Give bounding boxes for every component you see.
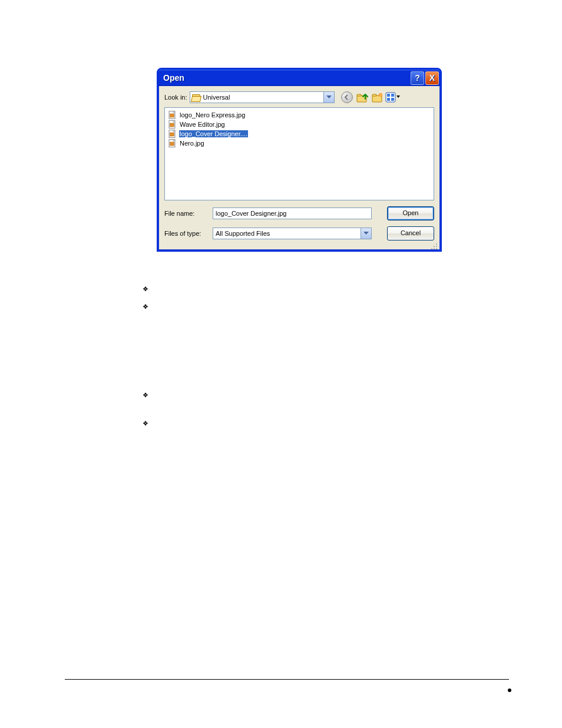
open-dialog: Open ? X Look in: Universal (157, 68, 442, 252)
bullet-group-2 (143, 390, 153, 436)
svg-rect-6 (387, 94, 390, 97)
file-name: logo_Cover Designer.... (179, 130, 248, 137)
help-button[interactable]: ? (411, 71, 424, 85)
lookin-value: Universal (203, 94, 323, 101)
bullet-group-1 (143, 284, 153, 319)
dialog-title: Open (163, 73, 411, 83)
svg-rect-8 (387, 98, 390, 101)
lookin-label: Look in: (164, 94, 187, 101)
image-file-icon (168, 130, 177, 138)
filename-value: logo_Cover Designer.jpg (216, 210, 286, 217)
svg-point-18 (436, 243, 437, 245)
svg-rect-15 (170, 133, 174, 136)
footer-bullet-icon (508, 689, 511, 692)
file-list[interactable]: logo_Nero Express.jpgWave Editor.jpglogo… (164, 107, 434, 200)
svg-rect-3 (372, 94, 376, 96)
svg-point-20 (436, 246, 437, 247)
views-icon (385, 92, 401, 103)
svg-point-21 (431, 248, 432, 249)
svg-rect-7 (391, 94, 394, 97)
filetype-label: Files of type: (164, 230, 207, 237)
help-icon: ? (415, 73, 420, 83)
cancel-button[interactable]: Cancel (387, 226, 434, 241)
resize-grip[interactable] (431, 242, 438, 249)
svg-rect-9 (391, 98, 394, 101)
image-file-icon (168, 120, 177, 129)
up-one-level-button[interactable] (356, 91, 369, 104)
svg-rect-13 (170, 123, 174, 127)
svg-rect-1 (357, 94, 361, 96)
filetype-value: All Supported Files (213, 230, 361, 237)
footer-divider (65, 679, 509, 680)
svg-rect-17 (170, 142, 174, 146)
title-bar[interactable]: Open ? X (158, 70, 440, 86)
new-folder-icon (372, 92, 384, 103)
bullet-icon (143, 419, 153, 428)
file-name: logo_Nero Express.jpg (179, 111, 246, 118)
filename-label: File name: (164, 210, 207, 217)
svg-point-22 (434, 248, 435, 249)
close-button[interactable]: X (425, 71, 439, 85)
filetype-combo[interactable]: All Supported Files (213, 228, 372, 239)
views-button[interactable] (386, 91, 399, 104)
open-button-label: Open (403, 209, 419, 216)
open-button[interactable]: Open (387, 206, 434, 220)
file-item[interactable]: Nero.jpg (167, 139, 206, 148)
svg-point-23 (436, 248, 437, 249)
bullet-icon (143, 390, 153, 400)
image-file-icon (168, 111, 177, 119)
chevron-down-icon[interactable] (361, 228, 371, 239)
file-item[interactable]: logo_Nero Express.jpg (167, 110, 247, 120)
cancel-button-label: Cancel (401, 229, 421, 236)
image-file-icon (168, 139, 177, 147)
close-icon: X (429, 73, 435, 83)
file-name: Nero.jpg (179, 140, 205, 147)
chevron-down-icon[interactable] (323, 92, 334, 103)
folder-up-icon (356, 92, 368, 103)
svg-rect-11 (170, 114, 174, 117)
lookin-combo[interactable]: Universal (190, 91, 335, 103)
file-item[interactable]: Wave Editor.jpg (167, 120, 227, 129)
new-folder-button[interactable] (371, 91, 384, 104)
filename-input[interactable]: logo_Cover Designer.jpg (213, 207, 372, 219)
svg-point-19 (434, 246, 435, 247)
back-button[interactable] (340, 91, 353, 104)
open-folder-icon (191, 93, 201, 101)
bullet-icon (143, 302, 153, 311)
bullet-icon (143, 284, 153, 294)
back-arrow-icon (341, 91, 353, 103)
lookin-row: Look in: Universal (158, 86, 440, 107)
file-name: Wave Editor.jpg (179, 121, 226, 128)
file-item[interactable]: logo_Cover Designer.... (167, 129, 249, 139)
